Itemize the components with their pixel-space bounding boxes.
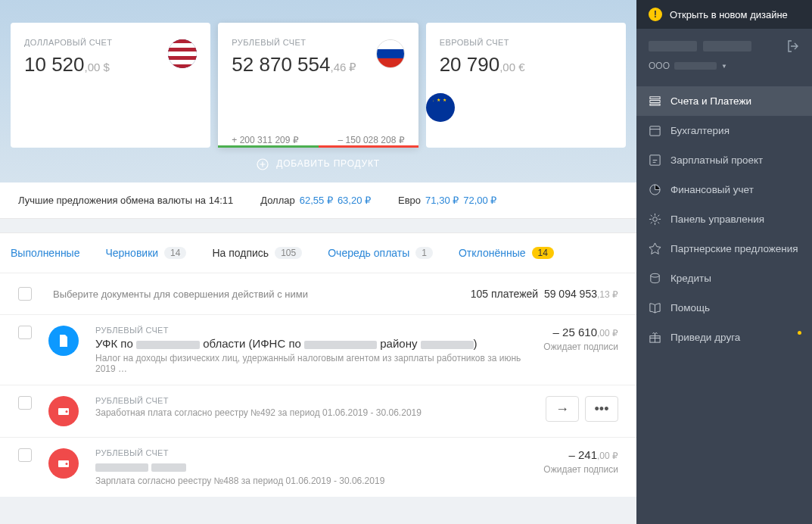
forward-button[interactable]: → bbox=[546, 396, 579, 422]
svg-rect-7 bbox=[650, 104, 660, 105]
tab-drafts[interactable]: Черновики14 bbox=[105, 247, 186, 259]
account-type: РУБЛЕВЫЙ СЧЕТ bbox=[95, 396, 529, 405]
payment-status: Ожидает подписи bbox=[543, 342, 618, 352]
document-icon bbox=[48, 326, 79, 356]
nav-payroll[interactable]: Зарплатный проект bbox=[636, 145, 812, 175]
nav-panel[interactable]: Панель управления bbox=[636, 204, 812, 234]
account-card-rub[interactable]: РУБЛЕВЫЙ СЧЕТ 52 870 554,46 ₽ + 200 311 … bbox=[218, 23, 418, 148]
payment-desc: Налог на доходы физических лиц, удержанн… bbox=[95, 353, 527, 374]
account-type: РУБЛЕВЫЙ СЧЕТ bbox=[95, 448, 527, 457]
payment-desc: Зарплата согласно реестру №488 за период… bbox=[95, 476, 527, 486]
tab-done[interactable]: Выполненные bbox=[11, 247, 79, 259]
svg-point-11 bbox=[653, 217, 658, 222]
eur-rate: Евро71,30 ₽72,00 ₽ bbox=[398, 195, 496, 206]
payment-amount: – 241,00 ₽ bbox=[543, 448, 618, 461]
selection-hint: Выберите документы для совершения действ… bbox=[53, 289, 450, 300]
nav-partner[interactable]: Партнерские предложения bbox=[636, 234, 812, 264]
row-checkbox[interactable] bbox=[18, 326, 32, 339]
exchange-rates: Лучшие предложения обмена валюты на 14:1… bbox=[0, 182, 636, 219]
account-label: ЕВРОВЫЙ СЧЕТ bbox=[440, 38, 612, 47]
rates-label: Лучшие предложения обмена валюты на 14:1… bbox=[18, 195, 233, 206]
notification-dot-icon bbox=[798, 331, 801, 335]
company-selector[interactable]: ООО▼ bbox=[636, 61, 812, 82]
gear-icon bbox=[649, 213, 661, 226]
star-icon bbox=[649, 242, 661, 255]
nav-finance[interactable]: Финансовый учет bbox=[636, 175, 812, 204]
svg-rect-5 bbox=[650, 97, 660, 99]
outflow: – 150 028 208 ₽ bbox=[338, 135, 405, 145]
plus-circle-icon bbox=[257, 158, 269, 170]
book-icon bbox=[649, 301, 661, 314]
nav-help[interactable]: Помощь bbox=[636, 293, 812, 323]
account-card-usd[interactable]: ДОЛЛАРОВЫЙ СЧЕТ 10 520,00 $ bbox=[11, 23, 210, 148]
usd-rate: Доллар62,55 ₽63,20 ₽ bbox=[260, 195, 371, 206]
payments-summary: 105 платежей 59 094 953,13 ₽ bbox=[471, 288, 618, 300]
money-icon bbox=[649, 272, 661, 285]
svg-rect-6 bbox=[650, 101, 660, 103]
svg-point-12 bbox=[651, 273, 659, 277]
payment-desc: Заработная плата согласно реестру №492 з… bbox=[95, 407, 529, 418]
account-balance: 20 790,00 € bbox=[440, 53, 612, 76]
inflow: + 200 311 209 ₽ bbox=[232, 135, 298, 145]
row-checkbox[interactable] bbox=[18, 448, 32, 462]
svg-point-2 bbox=[66, 410, 68, 413]
gift-icon bbox=[649, 331, 661, 344]
payment-title bbox=[95, 460, 527, 473]
payment-row[interactable]: РУБЛЕВЫЙ СЧЕТ Зарплата согласно реестру … bbox=[0, 437, 636, 497]
account-type: РУБЛЕВЫЙ СЧЕТ bbox=[95, 326, 527, 335]
tab-sign[interactable]: На подпись105 bbox=[212, 247, 302, 259]
account-card-eur[interactable]: ЕВРОВЫЙ СЧЕТ 20 790,00 € bbox=[426, 23, 626, 148]
more-button[interactable]: ••• bbox=[585, 396, 618, 422]
logout-icon[interactable] bbox=[786, 39, 800, 53]
balance-bar bbox=[218, 145, 418, 148]
nav-accounts[interactable]: Счета и Платежи bbox=[636, 86, 812, 116]
flag-eu-icon bbox=[426, 93, 455, 122]
payment-title: УФК по области (ИФНС по району ) bbox=[95, 337, 527, 350]
tab-queue[interactable]: Очередь оплаты1 bbox=[328, 247, 433, 259]
row-checkbox[interactable] bbox=[18, 396, 32, 410]
flag-ru-icon bbox=[376, 39, 405, 68]
nav-accounting[interactable]: Бухгалтерия bbox=[636, 116, 812, 145]
wallet-icon bbox=[48, 448, 79, 479]
user-name bbox=[649, 41, 751, 51]
add-product-button[interactable]: ДОБАВИТЬ ПРОДУКТ bbox=[11, 148, 626, 173]
wallet-icon bbox=[48, 396, 79, 426]
select-all-checkbox[interactable] bbox=[18, 287, 32, 301]
chart-icon bbox=[649, 183, 661, 196]
tab-rejected[interactable]: Отклонённые14 bbox=[459, 247, 554, 259]
nav-refer[interactable]: Приведи друга bbox=[636, 323, 812, 352]
svg-point-4 bbox=[66, 463, 68, 465]
new-design-banner[interactable]: ! Открыть в новом дизайне bbox=[636, 0, 812, 29]
payment-row[interactable]: РУБЛЕВЫЙ СЧЕТ УФК по области (ИФНС по ра… bbox=[0, 314, 636, 385]
svg-rect-8 bbox=[650, 126, 660, 136]
payment-status: Ожидает подписи bbox=[543, 464, 618, 475]
payroll-icon bbox=[649, 154, 661, 167]
list-icon bbox=[649, 95, 661, 108]
payment-amount: – 25 610,00 ₽ bbox=[543, 326, 618, 338]
calendar-icon bbox=[649, 124, 661, 137]
nav-credits[interactable]: Кредиты bbox=[636, 264, 812, 293]
alert-icon: ! bbox=[649, 8, 662, 21]
payment-row[interactable]: РУБЛЕВЫЙ СЧЕТ Заработная плата согласно … bbox=[0, 385, 636, 437]
